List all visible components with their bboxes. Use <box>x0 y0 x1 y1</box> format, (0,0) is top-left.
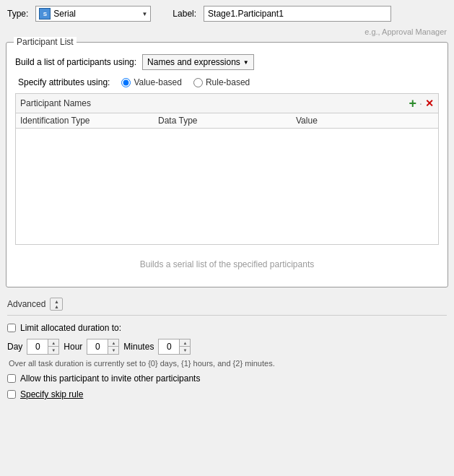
advanced-header: Advanced ▲▲ <box>7 298 447 316</box>
participant-names-title: Participant Names <box>20 98 91 108</box>
participant-names-box: Participant Names + · ✕ Identification T… <box>15 93 439 245</box>
hour-spinner: ▲ ▼ <box>87 339 119 355</box>
separator: · <box>419 98 422 109</box>
table-header-row: Identification Type Data Type Value <box>16 113 438 129</box>
value-based-radio[interactable] <box>121 78 131 87</box>
day-label: Day <box>7 342 22 352</box>
hour-down-button[interactable]: ▼ <box>108 347 118 354</box>
table-body <box>16 129 438 244</box>
collapse-icon: ▲▲ <box>54 299 59 309</box>
value-based-option[interactable]: Value-based <box>121 77 182 87</box>
type-select[interactable]: S Serial ▼ <box>35 6 151 22</box>
day-up-button[interactable]: ▲ <box>48 339 58 347</box>
dropdown-value-text: Names and expressions <box>147 57 240 67</box>
advanced-label: Advanced <box>7 299 45 309</box>
serial-icon: S <box>39 8 51 20</box>
header-actions: + · ✕ <box>409 97 434 110</box>
remove-participant-button[interactable]: ✕ <box>425 98 434 108</box>
advanced-section: Advanced ▲▲ Limit allocated duration to:… <box>0 293 454 399</box>
info-text: Builds a serial list of the specified pa… <box>15 251 439 278</box>
specify-label: Specify attributes using: <box>18 77 110 87</box>
hour-arrows: ▲ ▼ <box>108 339 118 354</box>
minutes-down-button[interactable]: ▼ <box>180 347 190 354</box>
col-value: Value <box>296 116 434 126</box>
names-expressions-dropdown[interactable]: Names and expressions ▼ <box>142 54 254 70</box>
participant-list-section: Participant List Build a list of partici… <box>6 42 448 287</box>
advanced-collapse-button[interactable]: ▲▲ <box>50 298 63 311</box>
type-select-text: Serial <box>53 9 139 19</box>
minutes-label: Minutes <box>123 342 154 352</box>
chevron-down-icon: ▼ <box>141 11 147 17</box>
rule-based-radio[interactable] <box>193 78 203 87</box>
day-spinner: ▲ ▼ <box>27 339 59 355</box>
add-participant-button[interactable]: + <box>409 97 417 110</box>
build-list-row: Build a list of participants using: Name… <box>15 54 439 70</box>
limit-duration-checkbox[interactable] <box>7 324 16 332</box>
dropdown-arrow-icon: ▼ <box>243 59 249 66</box>
hour-up-button[interactable]: ▲ <box>108 339 118 347</box>
day-input[interactable] <box>27 339 48 354</box>
hour-label: Hour <box>64 342 82 352</box>
top-bar: Type: S Serial ▼ Label: <box>0 0 454 27</box>
minutes-spinner: ▲ ▼ <box>158 339 191 355</box>
label-label: Label: <box>173 9 196 19</box>
skip-rule-label: Specify skip rule <box>20 389 83 399</box>
limit-duration-row: Limit allocated duration to: <box>7 323 447 333</box>
invite-label-text: Allow this participant to invite other p… <box>20 373 200 384</box>
duration-row: Day ▲ ▼ Hour ▲ ▼ Minutes ▲ ▼ <box>7 339 447 355</box>
skip-rule-row: Specify skip rule <box>7 389 447 399</box>
invite-participants-checkbox[interactable] <box>7 374 16 383</box>
minutes-arrows: ▲ ▼ <box>179 339 190 354</box>
invite-participants-row: Allow this participant to invite other p… <box>7 373 447 384</box>
label-input[interactable] <box>204 6 391 22</box>
day-down-button[interactable]: ▼ <box>48 347 58 354</box>
over-all-text: Over all task duration is currently set … <box>7 359 447 368</box>
type-label: Type: <box>7 9 28 19</box>
hour-input[interactable] <box>87 339 108 354</box>
col-identification-type: Identification Type <box>20 116 158 126</box>
section-title: Participant List <box>14 37 77 47</box>
participant-names-header: Participant Names + · ✕ <box>16 94 438 113</box>
minutes-input[interactable] <box>159 339 179 354</box>
rule-based-label: Rule-based <box>206 77 250 87</box>
build-list-label: Build a list of participants using: <box>15 57 136 67</box>
col-data-type: Data Type <box>158 116 296 126</box>
day-arrows: ▲ ▼ <box>48 339 58 354</box>
invite-participants-label: Allow this participant to invite other p… <box>20 373 200 384</box>
specify-row: Specify attributes using: Value-based Ru… <box>15 77 439 87</box>
skip-rule-checkbox[interactable] <box>7 390 16 399</box>
minutes-up-button[interactable]: ▲ <box>180 339 190 347</box>
value-based-label: Value-based <box>134 77 182 87</box>
rule-based-option[interactable]: Rule-based <box>193 77 250 87</box>
limit-duration-label: Limit allocated duration to: <box>20 323 121 333</box>
